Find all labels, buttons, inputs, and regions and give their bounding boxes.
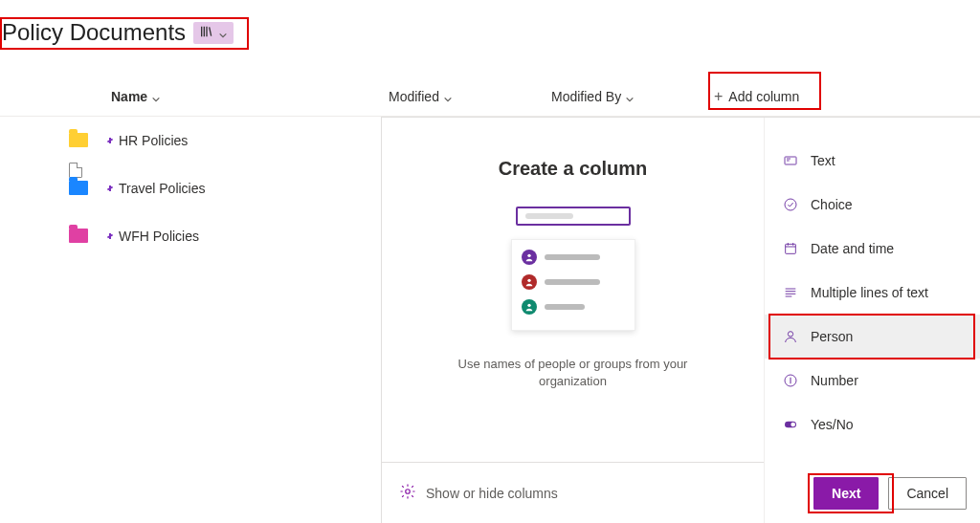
- add-column-label: Add column: [728, 89, 799, 104]
- folder-icon: [69, 229, 88, 243]
- panel-preview: Create a column Use names of people or g…: [382, 118, 764, 523]
- panel-footer: Show or hide columns: [382, 462, 764, 523]
- panel-title: Create a column: [499, 158, 648, 180]
- chevron-down-icon: [443, 92, 453, 101]
- panel-description: Use names of people or groups from your …: [449, 356, 698, 390]
- svg-point-0: [527, 254, 530, 257]
- books-icon: [199, 24, 214, 42]
- column-type-multiline[interactable]: Multiple lines of text: [765, 271, 980, 315]
- column-type-label: Multiple lines of text: [811, 285, 928, 300]
- column-type-label: Number: [811, 373, 858, 388]
- column-header-name-label: Name: [111, 89, 147, 104]
- column-type-label: Person: [811, 329, 853, 344]
- folder-icon: [69, 133, 88, 147]
- svg-point-2: [527, 304, 530, 307]
- svg-point-1: [527, 279, 530, 282]
- item-name: HR Policies: [119, 133, 188, 148]
- column-illustration: [506, 207, 640, 331]
- item-name: Travel Policies: [119, 181, 206, 196]
- library-title[interactable]: Policy Documents: [2, 19, 234, 46]
- new-indicator-icon: [105, 136, 115, 145]
- column-type-label: Text: [811, 153, 835, 168]
- show-hide-columns-label: Show or hide columns: [426, 486, 558, 501]
- choice-icon: [782, 196, 799, 213]
- create-column-panel: Create a column Use names of people or g…: [381, 117, 980, 523]
- number-icon: [782, 372, 799, 389]
- gear-icon: [399, 483, 416, 503]
- svg-point-7: [788, 332, 792, 337]
- item-name: WFH Policies: [119, 229, 199, 244]
- library-title-text: Policy Documents: [2, 19, 186, 46]
- column-type-choice[interactable]: Choice: [765, 183, 980, 227]
- multiline-icon: [782, 284, 799, 301]
- column-type-label: Choice: [811, 197, 853, 212]
- svg-rect-6: [786, 244, 796, 253]
- panel-action-buttons: Next Cancel: [813, 477, 967, 510]
- chevron-down-icon: [625, 92, 635, 101]
- svg-point-10: [791, 423, 795, 427]
- plus-icon: +: [714, 88, 723, 105]
- column-header-name[interactable]: Name: [111, 89, 389, 104]
- new-indicator-icon: [105, 231, 115, 241]
- svg-point-3: [406, 490, 411, 494]
- column-type-number[interactable]: Number: [765, 359, 980, 403]
- cancel-button[interactable]: Cancel: [888, 477, 967, 510]
- column-header-row: Name Modified Modified By + Add column: [0, 76, 980, 117]
- column-header-modified-by-label: Modified By: [551, 89, 621, 104]
- column-header-modified[interactable]: Modified: [389, 89, 551, 104]
- add-column-button[interactable]: + Add column: [714, 88, 799, 105]
- column-type-yesno[interactable]: Yes/No: [765, 403, 980, 447]
- folder-icon: [69, 181, 88, 195]
- calendar-icon: [782, 240, 799, 257]
- next-button[interactable]: Next: [813, 477, 879, 510]
- column-type-text[interactable]: Text: [765, 139, 980, 183]
- chevron-down-icon: [218, 28, 228, 37]
- column-type-date[interactable]: Date and time: [765, 227, 980, 271]
- text-icon: [782, 152, 799, 169]
- column-header-modified-label: Modified: [389, 89, 439, 104]
- library-icon-chip[interactable]: [193, 22, 234, 44]
- svg-point-5: [785, 199, 796, 210]
- show-hide-columns-button[interactable]: Show or hide columns: [399, 483, 558, 503]
- column-type-list: Text Choice Date and time Multiple lines…: [764, 118, 980, 523]
- column-type-label: Date and time: [811, 241, 894, 256]
- column-type-label: Yes/No: [811, 417, 854, 432]
- person-icon: [782, 328, 799, 345]
- column-type-person[interactable]: Person: [765, 315, 980, 359]
- chevron-down-icon: [151, 92, 161, 101]
- new-indicator-icon: [105, 184, 115, 193]
- toggle-icon: [782, 416, 799, 433]
- column-header-modified-by[interactable]: Modified By: [551, 89, 714, 104]
- svg-rect-4: [785, 157, 796, 164]
